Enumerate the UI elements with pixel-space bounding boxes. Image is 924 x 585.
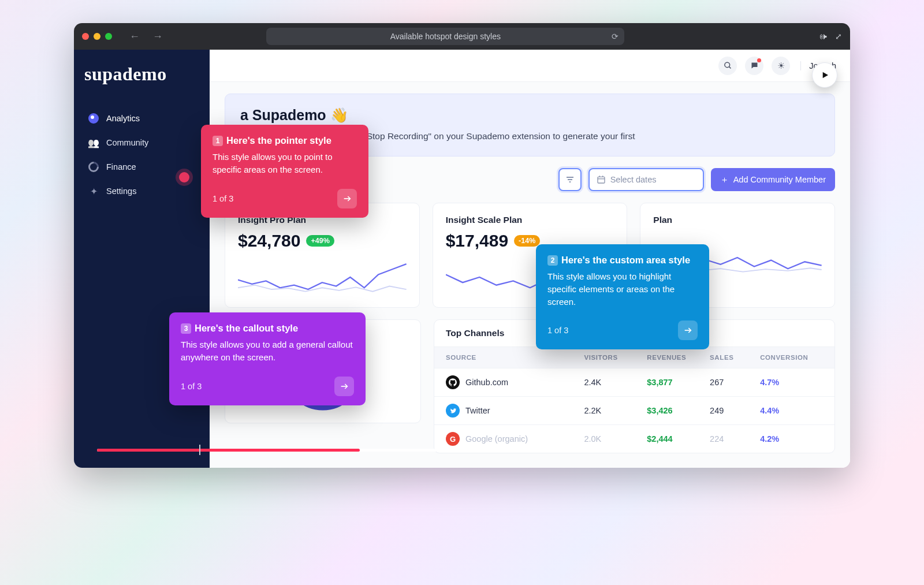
back-button[interactable]: ←	[126, 31, 143, 43]
callout-body: This style allows you to point to specif…	[213, 151, 357, 176]
settings-icon	[88, 185, 99, 197]
notification-dot-icon	[757, 58, 761, 62]
add-community-member-button[interactable]: ＋ Add Community Member	[711, 168, 835, 191]
metric-cards: Insight Pro Plan $24,780 +49% Insight Sc…	[225, 203, 835, 308]
col-revenues: REVENUES	[647, 354, 710, 361]
community-icon	[88, 137, 99, 148]
reload-icon[interactable]: ⟳	[612, 32, 619, 41]
brand-logo: supademo	[84, 64, 199, 85]
fullscreen-icon[interactable]: ⤢	[835, 32, 842, 41]
analytics-icon	[88, 113, 99, 124]
progress-marker-icon	[199, 445, 200, 455]
callout-step: 1 of 3	[213, 194, 233, 203]
callout-title: Here's the callout style	[195, 323, 298, 334]
callout-body: This style allows you to highlight speci…	[547, 270, 698, 308]
filter-button[interactable]	[558, 168, 582, 191]
sidebar-item-analytics[interactable]: Analytics	[84, 108, 199, 129]
address-bar-title: Available hotspot design styles	[390, 32, 501, 41]
cell-visitors: 2.2K	[584, 406, 647, 415]
col-conversion: CONVERSION	[760, 354, 823, 361]
cell-sales: 249	[710, 406, 760, 415]
col-sales: SALES	[710, 354, 760, 361]
address-bar[interactable]: Available hotspot design styles ⟳	[266, 28, 624, 45]
callout-step: 1 of 3	[547, 326, 568, 335]
sidebar-item-label: Finance	[106, 162, 136, 172]
arrow-right-icon	[342, 194, 352, 203]
cell-sales: 224	[710, 434, 760, 444]
primary-button-label: Add Community Member	[733, 175, 826, 184]
delta-badge: -14%	[514, 235, 540, 247]
close-window-icon[interactable]	[82, 33, 89, 40]
video-progress-fill	[97, 449, 360, 452]
sidebar-item-community[interactable]: Community	[84, 132, 199, 153]
metric-card: Insight Pro Plan $24,780 +49%	[225, 203, 420, 308]
table-row[interactable]: Github.com 2.4K $3,877 267 4.7%	[434, 368, 834, 396]
card-value: $24,780	[238, 231, 300, 251]
cell-conversion: 4.2%	[760, 434, 823, 444]
window-controls	[82, 33, 112, 40]
banner-title: a Supademo 👋	[240, 107, 819, 124]
topbar: ☀ Joseph	[210, 50, 850, 82]
date-range-input[interactable]: Select dates	[588, 168, 704, 191]
chat-button[interactable]	[745, 57, 763, 75]
cell-source: GGoogle (organic)	[446, 432, 584, 446]
cell-conversion: 4.4%	[760, 406, 823, 415]
delta-badge: +49%	[306, 235, 334, 247]
search-button[interactable]	[718, 57, 737, 75]
sparkline	[238, 259, 407, 296]
card-value: $17,489	[446, 231, 508, 251]
svg-point-0	[725, 62, 730, 68]
col-source: SOURCE	[446, 354, 584, 361]
cell-visitors: 2.0K	[584, 434, 647, 444]
callout-step: 1 of 3	[181, 382, 202, 391]
theme-toggle[interactable]: ☀	[772, 57, 790, 75]
card-title: Insight Scale Plan	[446, 215, 614, 225]
cell-conversion: 4.7%	[760, 378, 823, 387]
callout-next-button[interactable]	[678, 321, 698, 340]
svg-line-1	[729, 66, 731, 68]
step-number-badge: 3	[181, 323, 191, 334]
sidebar-item-label: Community	[106, 138, 148, 147]
channels-table-header: SOURCE VISITORS REVENUES SALES CONVERSIO…	[434, 347, 834, 368]
card-title: Plan	[653, 215, 822, 225]
cell-visitors: 2.4K	[584, 378, 647, 387]
callout-pointer-style: 1 Here's the pointer style This style al…	[201, 125, 368, 218]
cell-source: Github.com	[446, 375, 584, 389]
callout-callout-style: 3 Here's the callout style This style al…	[169, 312, 366, 405]
app-body: supademo Analytics Community Finance Set…	[74, 50, 850, 468]
step-number-badge: 2	[547, 255, 558, 266]
sidebar-item-label: Settings	[106, 187, 136, 196]
browser-chrome: ← → Available hotspot design styles ⟳ 🕪 …	[74, 23, 850, 50]
hotspot-pointer-icon	[179, 172, 189, 182]
callout-title: Here's the pointer style	[226, 135, 331, 146]
volume-icon[interactable]: 🕪	[819, 32, 827, 41]
cell-revenue: $3,426	[647, 406, 710, 415]
minimize-window-icon[interactable]	[94, 33, 100, 40]
plus-icon: ＋	[720, 174, 729, 185]
step-number-badge: 1	[213, 136, 223, 146]
cell-sales: 267	[710, 378, 760, 387]
svg-rect-5	[598, 177, 605, 183]
filter-icon	[565, 175, 575, 184]
play-demo-button[interactable]	[812, 62, 837, 88]
calendar-icon	[597, 175, 606, 184]
date-placeholder: Select dates	[610, 175, 657, 184]
table-row[interactable]: Twitter 2.2K $3,426 249 4.4%	[434, 396, 834, 424]
cell-revenue: $3,877	[647, 378, 710, 387]
video-progress-track[interactable]	[97, 449, 827, 452]
cell-revenue: $2,444	[647, 434, 710, 444]
app-window: ← → Available hotspot design styles ⟳ 🕪 …	[74, 23, 850, 468]
arrow-right-icon	[683, 326, 692, 335]
col-visitors: VISITORS	[584, 354, 647, 361]
finance-icon	[88, 161, 99, 173]
callout-body: This style allows you to add a general c…	[181, 338, 354, 364]
sidebar-item-settings[interactable]: Settings	[84, 181, 199, 202]
callout-next-button[interactable]	[337, 189, 357, 208]
forward-button[interactable]: →	[149, 31, 166, 43]
callout-custom-area-style: 2 Here's the custom area style This styl…	[536, 244, 709, 349]
banner-title-text: a Supademo 👋	[240, 107, 348, 124]
callout-title: Here's the custom area style	[561, 255, 690, 266]
sidebar-item-label: Analytics	[106, 114, 140, 123]
callout-next-button[interactable]	[334, 377, 354, 396]
maximize-window-icon[interactable]	[105, 33, 112, 40]
